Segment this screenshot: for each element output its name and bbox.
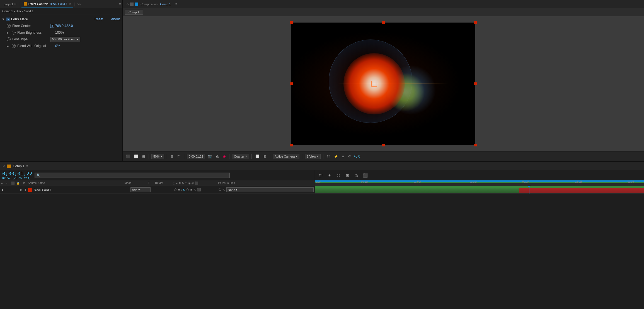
flare-brightness-expand[interactable]: ▶ [7, 31, 9, 34]
blend-original-expand[interactable]: ▶ [7, 45, 9, 48]
canvas-area [291, 23, 475, 145]
comp-panel-menu[interactable]: ≡ [175, 2, 177, 6]
3d-glasses-btn[interactable]: ⊞ [141, 154, 146, 159]
timeline-tool-btn5[interactable]: ◎ [353, 172, 360, 179]
flare-brightness-number[interactable]: 100% [55, 31, 64, 35]
more-tabs-btn[interactable]: >> [77, 3, 81, 6]
timecode-display: 0;00;01;22 00052 (29.97 fps) [2, 171, 32, 180]
toolbar-divider4 [229, 154, 229, 159]
layer-bar-red[interactable] [519, 188, 644, 193]
handle-bottom-right[interactable] [474, 144, 477, 146]
collapse-arrow[interactable]: ▼ [2, 18, 5, 21]
toggle-view-btn[interactable]: ⬜ [133, 154, 139, 159]
motion-blur-btn[interactable]: ⚡ [333, 154, 339, 159]
snap-btn[interactable]: ⬚ [326, 154, 331, 159]
effect-controls-tab-close[interactable]: ✕ [69, 2, 71, 5]
flare-center-value[interactable]: ⊕ 768.0,432.0 [50, 24, 73, 28]
playhead[interactable] [529, 186, 529, 194]
lens-flare-name: Lens Flare [11, 17, 28, 21]
handle-middle-right[interactable] [474, 82, 477, 85]
handle-bottom-middle[interactable] [382, 144, 385, 146]
flare-center-coords[interactable]: 768.0,432.0 [55, 24, 73, 28]
toolbar-divider8 [323, 154, 323, 159]
blend-original-prop: ▶ ⏱ Blend With Original 0% [0, 43, 122, 49]
views-dropdown[interactable]: 1 View ▾ [305, 154, 321, 159]
switch-effects[interactable]: ★ [178, 188, 180, 192]
handle-bottom-left[interactable] [290, 144, 293, 146]
camera-dropdown[interactable]: Active Camera ▾ [273, 154, 299, 159]
color-btn[interactable]: ◉ [222, 154, 227, 159]
timeline-layers-left: ● ▶ 1 Black Solid 1 Add ▾ [0, 186, 315, 194]
handle-top-middle[interactable] [382, 21, 385, 24]
timeline-close-btn[interactable]: ✕ [2, 164, 5, 168]
composition-tab-close[interactable]: ✕ [126, 2, 129, 6]
switch-solo[interactable]: ◎ [193, 188, 196, 192]
draft-btn[interactable]: ◐ [215, 154, 220, 159]
timeline-tool-btn2[interactable]: ✦ [326, 172, 333, 179]
about-button[interactable]: About. [111, 17, 121, 21]
switch-fx[interactable]: fx [183, 188, 185, 192]
handle-top-left[interactable] [290, 21, 293, 24]
timeline-tool-btn3[interactable]: ⬡ [335, 172, 342, 179]
search-input[interactable] [42, 174, 228, 177]
composition-tab[interactable]: ✕ Composition Comp 1 [124, 0, 173, 8]
project-tab-close[interactable]: ✕ [14, 3, 16, 6]
flare-brightness-value[interactable]: 100% [55, 31, 64, 35]
effect-controls-panel: project ✕ | Effect Controls Black Solid … [0, 0, 123, 161]
switch-adjust[interactable]: ⬡ [186, 188, 189, 192]
quality-dropdown[interactable]: Quarter ▾ [232, 154, 249, 159]
expand-btn[interactable]: ⊞ [262, 154, 267, 159]
work-area-green [315, 186, 644, 188]
handle-middle-left[interactable] [290, 82, 293, 85]
switch-motion-blur[interactable]: ⬡ [174, 188, 177, 192]
toolbar-divider3 [184, 154, 184, 159]
effect-controls-tab[interactable]: Effect Controls Black Solid 1 ✕ [21, 0, 74, 8]
layer-expression-icon: ◎ [222, 188, 225, 192]
toggle-transparency-btn[interactable]: ⬛ [125, 154, 131, 159]
handle-top-right[interactable] [474, 21, 477, 24]
col-source-name: Source Name [28, 182, 124, 185]
timeline-tool-btn6[interactable]: ⬛ [362, 172, 369, 179]
layer-name: Black Solid 1 [32, 188, 130, 192]
lens-flare-effect: ▼ fx Lens Flare Reset About. ⏱ Flare Cen… [0, 15, 122, 50]
timeline-menu-icon[interactable]: ≡ [26, 164, 28, 168]
switch-shy[interactable]: ⬛ [197, 188, 201, 192]
lens-type-dropdown[interactable]: 50-300mm Zoom ▾ [50, 37, 80, 42]
blend-original-label: Blend With Original [17, 44, 54, 48]
timecode-display[interactable]: 0;00;01;22 [187, 154, 205, 159]
panel-menu-icon[interactable]: ≡ [119, 2, 121, 6]
blend-original-number[interactable]: 0% [55, 44, 60, 48]
col-solo-icon: ⬛ [11, 182, 15, 185]
columns-header-row: ● ♪ ⬛ 🔒 # Source Name Mode T TrkMat ⬚ ★ … [0, 180, 644, 186]
camera-capture-btn[interactable]: 📷 [207, 154, 213, 159]
zoom-dropdown[interactable]: 50% ▾ [151, 154, 164, 159]
switch-frame-blend[interactable]: / [181, 188, 182, 192]
ruler-mark-3: 03;00 [628, 180, 634, 183]
layer-mode-value: Add [132, 188, 137, 192]
grid-btn[interactable]: ⊞ [170, 154, 175, 159]
quality-value: Quarter [234, 155, 244, 158]
reset-exposure-btn[interactable]: ↺ [347, 154, 352, 159]
safe-zones-btn[interactable]: ⬚ [176, 154, 181, 159]
lens-type-label: Lens Type [12, 37, 49, 41]
playhead-triangle [527, 186, 531, 188]
blend-original-value[interactable]: 0% [55, 44, 60, 48]
timeline-search[interactable]: 🔍 [35, 173, 230, 178]
project-tab[interactable]: project ✕ [1, 0, 19, 8]
layer-bar-green[interactable] [315, 188, 519, 193]
timeline-tool-btn1[interactable]: ⬚ [317, 172, 324, 179]
comp1-inner-tab[interactable]: Comp 1 [125, 10, 143, 15]
layer-mode-dropdown[interactable]: Add ▾ [130, 187, 151, 192]
timecode-main[interactable]: 0;00;01;22 [2, 171, 32, 176]
switch-3d[interactable]: ◉ [190, 188, 193, 192]
timeline-tool-btn4[interactable]: ⊞ [344, 172, 351, 179]
reset-button[interactable]: Reset [95, 17, 103, 21]
draft-3d-btn[interactable]: ≡ [341, 154, 345, 159]
full-view-btn[interactable]: ⬜ [254, 154, 261, 159]
layer-expand-btn[interactable]: ▶ [20, 188, 23, 191]
layer-eye-icon[interactable]: ● [2, 188, 4, 192]
layer-parent-chevron: ▾ [236, 188, 238, 192]
viewer-toolbar: ⬛ ⬜ ⊞ 50% ▾ ⊞ ⬚ 0;00;01;22 📷 ◐ ◉ Quarter… [123, 151, 644, 161]
layer-parent-dropdown[interactable]: None ▾ [226, 187, 314, 192]
exposure-value[interactable]: +0.0 [354, 154, 360, 158]
